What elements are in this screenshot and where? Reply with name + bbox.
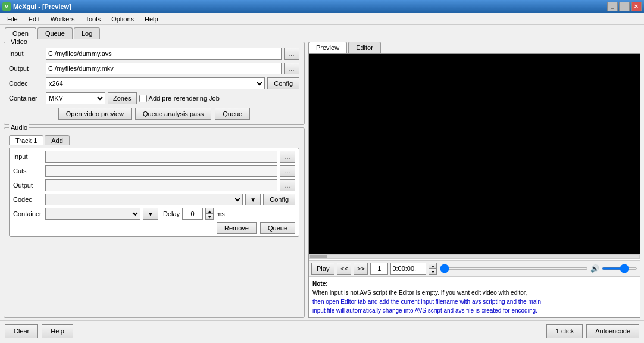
volume-slider[interactable]: [602, 267, 637, 270]
video-queue-button[interactable]: Queue: [215, 108, 250, 120]
queue-analysis-button[interactable]: Queue analysis pass: [135, 108, 211, 120]
menu-file[interactable]: File: [2, 14, 23, 24]
menu-help[interactable]: Help: [140, 14, 163, 24]
video-codec-select[interactable]: x264 x265 Xvid: [46, 77, 265, 89]
preview-content: Play << >> ▲ ▼ 🔊 Note: When input is not…: [308, 53, 640, 318]
minimize-button[interactable]: _: [607, 2, 618, 11]
tab-open[interactable]: Open: [5, 27, 36, 39]
menu-workers[interactable]: Workers: [46, 14, 80, 24]
note-title: Note:: [312, 280, 328, 287]
title-bar: M MeXgui - [Preview] _ □ ✕: [0, 0, 644, 13]
note-line3: input file will automatically change int…: [312, 307, 537, 314]
audio-codec-row: Codec ▼ Config: [13, 194, 295, 205]
audio-cuts-field[interactable]: [45, 165, 277, 177]
video-group: Video Input ... Output ... Codec x264: [4, 42, 305, 125]
preview-tabs: Preview Editor: [308, 42, 640, 53]
video-input-field[interactable]: [46, 48, 282, 60]
audio-input-browse[interactable]: ...: [280, 151, 295, 163]
video-config-button[interactable]: Config: [267, 77, 299, 89]
back-button[interactable]: <<: [337, 263, 351, 275]
volume-icon[interactable]: 🔊: [590, 264, 599, 273]
bottom-bar: Clear Help 1-click Autoencode: [0, 320, 644, 341]
note-area: Note: When input is not AVS script the E…: [309, 276, 640, 317]
tab-editor[interactable]: Editor: [348, 42, 381, 53]
audio-output-label: Output: [13, 182, 43, 189]
audio-codec-label: Codec: [13, 196, 43, 203]
audio-tabs: Track 1 Add: [9, 135, 299, 145]
close-button[interactable]: ✕: [631, 2, 642, 11]
audio-input-label: Input: [13, 153, 43, 160]
audio-codec-dropdown[interactable]: ▼: [245, 194, 261, 205]
progress-slider[interactable]: [439, 267, 588, 270]
delay-label: Delay: [163, 210, 180, 217]
note-main-word: main: [528, 298, 541, 305]
delay-spinner[interactable]: ▲ ▼: [205, 208, 214, 220]
maximize-button[interactable]: □: [619, 2, 630, 11]
note-line1: When input is not AVS script the Editor …: [312, 289, 527, 296]
menu-bar: File Edit Workers Tools Options Help: [0, 13, 644, 25]
audio-container-label: Container: [13, 210, 43, 217]
video-container-select[interactable]: MKV MP4 AVI: [46, 92, 105, 104]
audio-input-field[interactable]: [45, 151, 277, 163]
audio-input-row: Input ...: [13, 151, 295, 163]
delay-row: Delay ▲ ▼ ms: [163, 208, 225, 220]
bottom-right: 1-click Autoencode: [546, 324, 639, 338]
audio-codec-select[interactable]: [45, 194, 243, 205]
audio-output-browse[interactable]: ...: [280, 179, 295, 191]
video-action-row: Open video preview Queue analysis pass Q…: [9, 108, 299, 120]
window-controls[interactable]: _ □ ✕: [607, 2, 642, 11]
audio-config-button[interactable]: Config: [263, 194, 295, 205]
time-down[interactable]: ▼: [429, 269, 437, 275]
playback-bar: Play << >> ▲ ▼ 🔊: [309, 260, 640, 276]
video-codec-row: Codec x264 x265 Xvid Config: [9, 77, 299, 89]
audio-container-select[interactable]: [45, 208, 140, 220]
delay-input[interactable]: [182, 208, 203, 220]
video-container-row: Container MKV MP4 AVI Zones Add pre-rere…: [9, 92, 299, 104]
menu-edit[interactable]: Edit: [24, 14, 45, 24]
play-button[interactable]: Play: [311, 263, 334, 275]
bottom-left: Clear Help: [5, 324, 73, 338]
audio-group-label: Audio: [9, 124, 29, 131]
audio-tab-add[interactable]: Add: [45, 135, 70, 145]
audio-cuts-label: Cuts: [13, 167, 43, 174]
time-up[interactable]: ▲: [429, 263, 437, 269]
help-button[interactable]: Help: [42, 324, 73, 338]
tab-preview[interactable]: Preview: [308, 42, 347, 53]
audio-output-row: Output ...: [13, 179, 295, 191]
autoencode-button[interactable]: Autoencode: [586, 324, 639, 338]
video-container-label: Container: [9, 95, 43, 102]
video-input-browse[interactable]: ...: [284, 48, 299, 60]
audio-output-field[interactable]: [45, 179, 277, 191]
audio-cuts-row: Cuts ...: [13, 165, 295, 177]
menu-options[interactable]: Options: [107, 14, 139, 24]
oneclick-button[interactable]: 1-click: [546, 324, 583, 338]
time-spinner[interactable]: ▲ ▼: [429, 263, 437, 275]
ms-label: ms: [216, 210, 225, 217]
delay-down[interactable]: ▼: [205, 214, 214, 220]
audio-cuts-browse[interactable]: ...: [280, 165, 295, 177]
time-display[interactable]: [390, 263, 426, 275]
audio-btn-row: Remove Queue: [13, 222, 295, 234]
video-output-field[interactable]: [46, 63, 282, 74]
forward-button[interactable]: >>: [354, 263, 368, 275]
audio-queue-button[interactable]: Queue: [260, 222, 295, 234]
delay-up[interactable]: ▲: [205, 208, 214, 214]
tab-log[interactable]: Log: [74, 27, 100, 39]
zones-button[interactable]: Zones: [108, 92, 137, 104]
tab-queue[interactable]: Queue: [37, 27, 73, 39]
app-icon: M: [2, 2, 11, 11]
video-output-browse[interactable]: ...: [284, 63, 299, 74]
preview-scrollbar[interactable]: [309, 254, 640, 259]
frame-input[interactable]: [370, 263, 388, 275]
window-title: MeXgui - [Preview]: [13, 3, 71, 10]
menu-tools[interactable]: Tools: [80, 14, 105, 24]
audio-container-dropdown[interactable]: ▼: [143, 208, 158, 220]
video-output-label: Output: [9, 65, 43, 72]
open-preview-button[interactable]: Open video preview: [58, 108, 132, 120]
note-line2: then open Editor tab and add the current…: [312, 298, 528, 305]
video-input-row: Input ...: [9, 48, 299, 60]
clear-button[interactable]: Clear: [5, 324, 38, 338]
prerender-checkbox[interactable]: [139, 95, 147, 102]
audio-remove-button[interactable]: Remove: [217, 222, 257, 234]
audio-tab-track1[interactable]: Track 1: [9, 135, 43, 145]
